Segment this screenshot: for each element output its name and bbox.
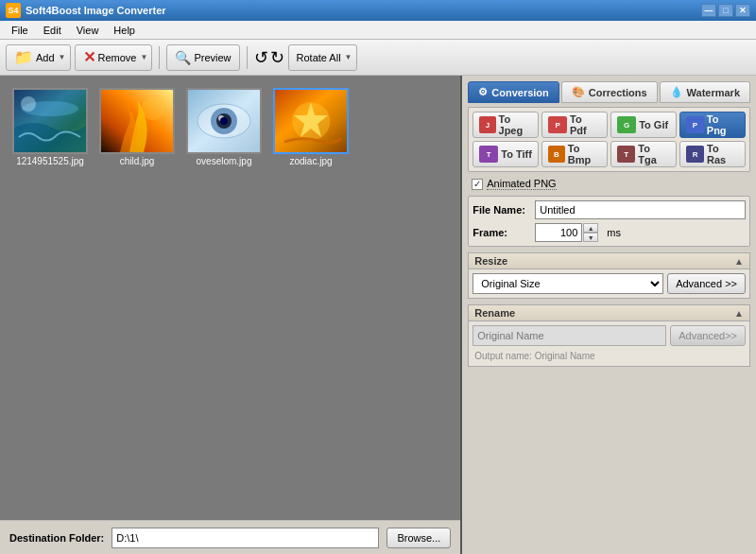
preview-icon: 🔍 (175, 50, 191, 65)
minimize-button[interactable]: — (701, 4, 716, 17)
watermark-icon: 💧 (670, 86, 683, 98)
tab-corrections[interactable]: 🎨 Corrections (561, 81, 658, 103)
toolbar-separator-2 (247, 46, 248, 69)
format-bmp[interactable]: B To Bmp (541, 141, 608, 167)
spinner-down[interactable]: ▼ (583, 233, 598, 242)
rename-title: Rename (474, 307, 515, 319)
restore-button[interactable]: □ (718, 4, 733, 17)
list-item[interactable]: child.jpg (96, 85, 178, 169)
animated-png-label[interactable]: Animated PNG (487, 178, 556, 190)
toolbar: 📁 Add ▼ ✕ Remove ▼ 🔍 Preview ↺ ↻ Rotate … (0, 40, 756, 76)
rotate-button[interactable]: Rotate All ▼ (288, 44, 357, 71)
rename-header[interactable]: Rename ▲ (468, 304, 750, 321)
spinner-buttons: ▲ ▼ (583, 223, 598, 242)
image-filename: 1214951525.jpg (16, 156, 84, 166)
format-jpeg-label: To Jpeg (499, 113, 533, 136)
format-jpeg[interactable]: J To Jpeg (472, 112, 539, 138)
rename-advanced-button[interactable]: Advanced>> (670, 325, 746, 346)
rename-collapse-icon[interactable]: ▲ (734, 308, 744, 319)
remove-button[interactable]: ✕ Remove ▼ (75, 44, 153, 71)
format-ras-label: To Ras (707, 143, 739, 165)
format-tga-label: To Tga (638, 143, 670, 165)
list-item[interactable]: 1214951525.jpg (9, 85, 91, 169)
resize-inner: Original Size Advanced >> (468, 269, 750, 299)
rotate-right-icon: ↻ (270, 47, 284, 68)
list-item[interactable]: oveselom.jpg (183, 85, 265, 169)
tab-conversion[interactable]: ⚙ Conversion (468, 81, 559, 103)
format-png[interactable]: P To Png (679, 112, 746, 138)
rename-input[interactable] (472, 325, 666, 346)
app-icon: S4 (6, 3, 21, 18)
filename-row: File Name: (472, 200, 746, 219)
destination-label: Destination Folder: (9, 532, 104, 544)
format-png-label: To Png (707, 113, 739, 136)
frame-label: Frame: (472, 227, 529, 238)
preview-label: Preview (194, 52, 231, 63)
menu-bar: File Edit View Help (0, 21, 756, 40)
left-panel: 1214951525.jpg (0, 76, 462, 554)
svg-point-2 (21, 96, 36, 112)
format-grid: J To Jpeg P To Pdf G To Gif P To Png T T… (468, 107, 750, 172)
image-grid: 1214951525.jpg (0, 76, 460, 520)
format-tiff-label: To Tiff (501, 148, 532, 160)
format-tga[interactable]: T To Tga (610, 141, 677, 167)
format-ras[interactable]: R To Ras (679, 141, 746, 167)
menu-edit[interactable]: Edit (36, 23, 69, 38)
right-panel: ⚙ Conversion 🎨 Corrections 💧 Watermark J… (462, 76, 756, 554)
destination-input[interactable] (112, 528, 379, 548)
frame-input[interactable] (535, 223, 582, 242)
tab-corrections-label: Corrections (589, 87, 647, 98)
tiff-icon: T (479, 146, 498, 163)
title-bar-title: Soft4Boost Image Converter (26, 5, 701, 16)
pdf-icon: P (548, 116, 567, 133)
resize-collapse-icon[interactable]: ▲ (734, 256, 744, 267)
animated-png-row: ✓ Animated PNG (468, 176, 750, 192)
menu-view[interactable]: View (69, 23, 107, 38)
remove-icon: ✕ (83, 48, 95, 66)
format-tiff[interactable]: T To Tiff (472, 141, 539, 167)
frame-row: Frame: ▲ ▼ ms (472, 223, 746, 242)
svg-point-4 (142, 97, 164, 120)
resize-advanced-button[interactable]: Advanced >> (667, 273, 746, 294)
animated-png-checkbox[interactable]: ✓ (472, 179, 483, 190)
format-gif-label: To Gif (639, 119, 668, 130)
tab-conversion-label: Conversion (491, 87, 549, 98)
image-filename: oveselom.jpg (197, 156, 252, 166)
resize-select[interactable]: Original Size (472, 273, 663, 294)
resize-header[interactable]: Resize ▲ (468, 252, 750, 269)
filename-input[interactable] (535, 200, 746, 219)
list-item[interactable]: zodiac.jpg (270, 85, 352, 169)
conversion-icon: ⚙ (478, 86, 488, 98)
destination-bar: Destination Folder: Browse... (0, 520, 460, 554)
spinner-up[interactable]: ▲ (583, 223, 598, 233)
rename-inner: Advanced>> Output name: Original Name (468, 321, 750, 367)
rotate-label: Rotate All (297, 52, 341, 63)
settings-section: File Name: Frame: ▲ ▼ ms (468, 196, 750, 247)
thumbnail-frame (12, 88, 88, 154)
format-gif[interactable]: G To Gif (610, 112, 677, 138)
preview-button[interactable]: 🔍 Preview (166, 44, 239, 71)
tab-watermark[interactable]: 💧 Watermark (660, 81, 750, 103)
menu-help[interactable]: Help (106, 23, 143, 38)
add-button[interactable]: 📁 Add ▼ (6, 44, 71, 71)
ms-label: ms (607, 227, 621, 238)
title-bar: S4 Soft4Boost Image Converter — □ ✕ (0, 0, 756, 21)
png-icon: P (686, 116, 704, 133)
resize-title: Resize (474, 255, 507, 267)
thumbnail-frame (99, 88, 175, 154)
browse-button[interactable]: Browse... (387, 528, 451, 548)
add-icon: 📁 (14, 48, 33, 66)
thumbnail-image (188, 90, 260, 152)
svg-point-10 (220, 117, 228, 125)
thumbnail-image (275, 90, 347, 152)
thumbnail-frame (273, 88, 349, 154)
remove-arrow-icon: ▼ (140, 53, 147, 61)
menu-file[interactable]: File (4, 23, 36, 38)
thumbnail-image (101, 90, 173, 152)
rename-input-row: Advanced>> (472, 325, 746, 346)
main-area: 1214951525.jpg (0, 76, 756, 554)
remove-label: Remove (98, 52, 137, 63)
close-button[interactable]: ✕ (735, 4, 750, 17)
thumbnail-image (14, 90, 86, 152)
format-pdf[interactable]: P To Pdf (541, 112, 608, 138)
